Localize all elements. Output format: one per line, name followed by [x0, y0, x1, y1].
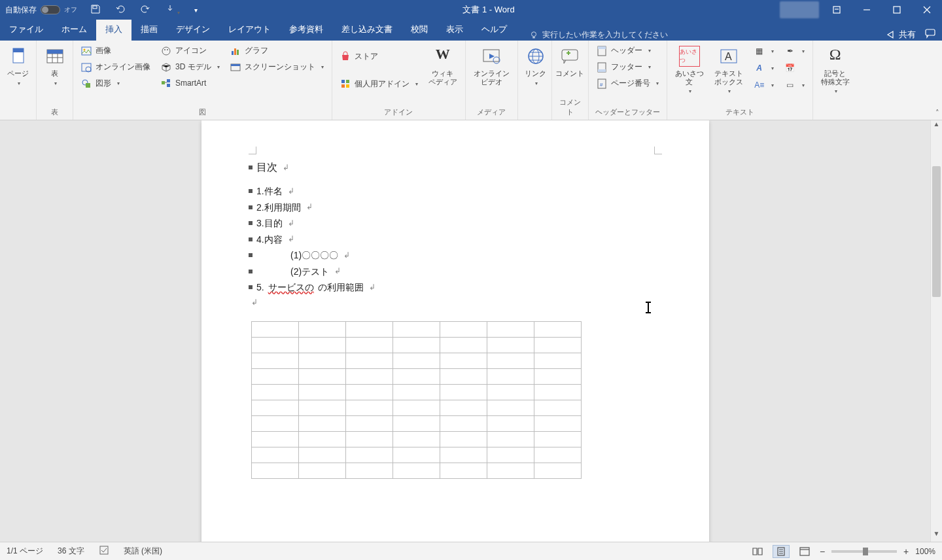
table-cell[interactable] — [299, 321, 346, 337]
table-cell[interactable] — [299, 368, 346, 384]
zoom-out-button[interactable]: − — [820, 546, 825, 557]
table-cell[interactable] — [534, 337, 582, 353]
comments-pane-icon[interactable] — [925, 28, 935, 41]
table-cell[interactable] — [299, 384, 346, 400]
undo-icon[interactable] — [115, 4, 126, 16]
tab-layout[interactable]: レイアウト — [219, 20, 280, 41]
close-icon[interactable] — [912, 0, 942, 20]
tell-me-search[interactable]: 実行したい作業を入力してください — [529, 29, 668, 41]
table-cell[interactable] — [252, 368, 299, 384]
tab-view[interactable]: 表示 — [437, 20, 472, 41]
table-cell[interactable] — [393, 368, 440, 384]
table-cell[interactable] — [252, 321, 299, 337]
table-cell[interactable] — [346, 353, 393, 368]
table-cell[interactable] — [534, 368, 582, 384]
autosave-toggle[interactable]: 自動保存 オフ — [5, 5, 77, 16]
table-cell[interactable] — [252, 447, 299, 463]
drop-cap-button[interactable]: A≡ — [750, 77, 778, 93]
table-cell[interactable] — [487, 368, 534, 384]
table-cell[interactable] — [252, 415, 299, 431]
tab-references[interactable]: 参考資料 — [280, 20, 332, 41]
pictures-button[interactable]: 画像 — [77, 43, 154, 58]
table-cell[interactable] — [534, 384, 582, 400]
status-word-count[interactable]: 36 文字 — [58, 546, 84, 557]
scroll-up-icon[interactable]: ▲ — [931, 120, 942, 132]
table-cell[interactable] — [346, 447, 393, 463]
tab-help[interactable]: ヘルプ — [472, 20, 516, 41]
zoom-in-button[interactable]: + — [903, 546, 909, 557]
table-cell[interactable] — [534, 321, 582, 337]
read-mode-button[interactable] — [749, 545, 766, 558]
table-cell[interactable] — [393, 431, 440, 447]
zoom-level[interactable]: 100% — [915, 547, 935, 556]
my-addins-button[interactable]: 個人用アドイン — [336, 77, 422, 92]
table-cell[interactable] — [440, 321, 487, 337]
table-cell[interactable] — [393, 400, 440, 415]
tab-mailings[interactable]: 差し込み文書 — [332, 20, 402, 41]
share-button[interactable]: 共有 — [886, 29, 916, 41]
table-cell[interactable] — [252, 353, 299, 368]
table-cell[interactable] — [487, 353, 534, 368]
table-cell[interactable] — [440, 353, 487, 368]
table-cell[interactable] — [487, 463, 534, 478]
table-cell[interactable] — [346, 463, 393, 478]
tab-draw[interactable]: 描画 — [131, 20, 167, 41]
zoom-slider[interactable] — [831, 550, 897, 553]
save-icon[interactable] — [90, 4, 101, 16]
table-cell[interactable] — [299, 431, 346, 447]
table-cell[interactable] — [252, 463, 299, 478]
page-number-button[interactable]: #ページ番号 — [593, 76, 663, 91]
maximize-icon[interactable] — [882, 0, 912, 20]
object-button[interactable]: ▭ — [780, 77, 809, 93]
table-cell[interactable] — [393, 353, 440, 368]
online-video-button[interactable]: オンライン ビデオ — [470, 43, 514, 88]
tab-design[interactable]: デザイン — [167, 20, 219, 41]
wikipedia-button[interactable]: W ウィキ ペディア — [425, 43, 461, 88]
table-cell[interactable] — [487, 447, 534, 463]
redo-icon[interactable] — [140, 4, 150, 16]
symbols-button[interactable]: Ω 記号と 特殊文字 — [817, 43, 854, 97]
autosave-switch[interactable] — [41, 5, 60, 14]
table-cell[interactable] — [487, 415, 534, 431]
smartart-button[interactable]: SmartArt — [157, 76, 224, 90]
screenshot-button[interactable]: スクリーンショット — [226, 60, 328, 75]
table-cell[interactable] — [346, 321, 393, 337]
table-cell[interactable] — [346, 384, 393, 400]
table-cell[interactable] — [440, 463, 487, 478]
table-cell[interactable] — [440, 337, 487, 353]
page[interactable]: 目次↲ 1.件名↲ 2.利用期間↲ 3.目的↲ 4.内容↲ (1)〇〇〇〇↲ (… — [201, 120, 709, 542]
table-cell[interactable] — [440, 384, 487, 400]
table-cell[interactable] — [534, 400, 582, 415]
comment-button[interactable]: コメント — [556, 43, 584, 80]
pages-button[interactable]: ページ — [4, 43, 32, 89]
table-cell[interactable] — [487, 321, 534, 337]
table-cell[interactable] — [534, 415, 582, 431]
account-badge[interactable] — [780, 1, 819, 18]
store-button[interactable]: ストア — [336, 49, 422, 64]
table-button[interactable]: 表 — [41, 43, 69, 89]
table-cell[interactable] — [252, 400, 299, 415]
table-cell[interactable] — [440, 368, 487, 384]
table-cell[interactable] — [346, 368, 393, 384]
footer-button[interactable]: フッター — [593, 60, 663, 75]
table-cell[interactable] — [299, 415, 346, 431]
table-cell[interactable] — [346, 400, 393, 415]
document-area[interactable]: 目次↲ 1.件名↲ 2.利用期間↲ 3.目的↲ 4.内容↲ (1)〇〇〇〇↲ (… — [0, 120, 942, 542]
table-cell[interactable] — [440, 447, 487, 463]
minimize-icon[interactable] — [852, 0, 882, 20]
status-page[interactable]: 1/1 ページ — [7, 546, 43, 557]
ribbon-display-options-icon[interactable] — [822, 0, 852, 20]
header-button[interactable]: ヘッダー — [593, 43, 663, 58]
table-cell[interactable] — [393, 384, 440, 400]
date-time-button[interactable]: 📅 — [780, 60, 809, 76]
collapse-ribbon-icon[interactable]: ˄ — [935, 109, 939, 117]
table-cell[interactable] — [393, 415, 440, 431]
table-cell[interactable] — [440, 431, 487, 447]
table-cell[interactable] — [299, 447, 346, 463]
tab-insert[interactable]: 挿入 — [96, 20, 131, 41]
tab-home[interactable]: ホーム — [52, 20, 96, 41]
tab-file[interactable]: ファイル — [0, 20, 52, 41]
table-cell[interactable] — [346, 415, 393, 431]
scroll-thumb[interactable] — [932, 166, 941, 297]
table-cell[interactable] — [393, 337, 440, 353]
